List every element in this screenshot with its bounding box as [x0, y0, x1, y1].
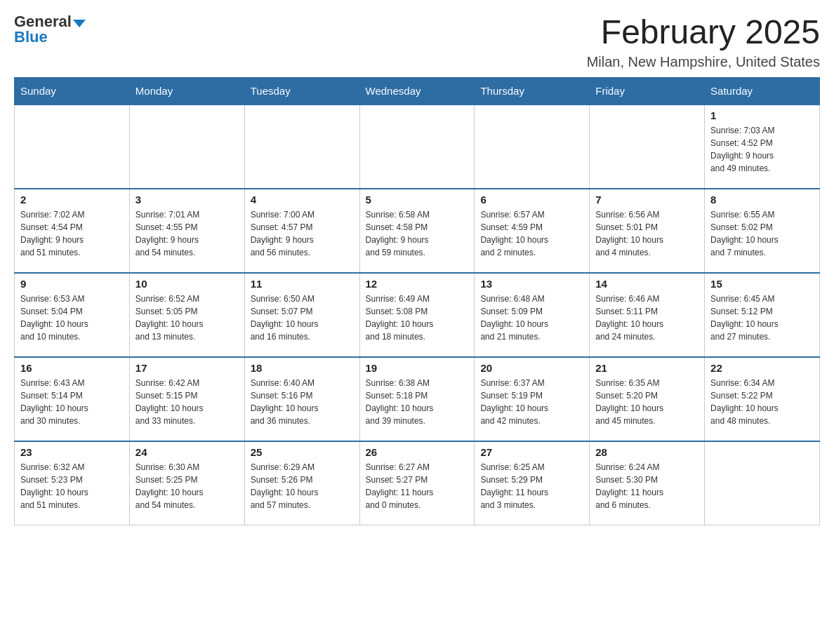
weekday-header-sunday: Sunday — [15, 77, 130, 105]
day-number: 20 — [480, 362, 583, 374]
day-info: Sunrise: 6:37 AM Sunset: 5:19 PM Dayligh… — [480, 377, 583, 427]
calendar-cell: 8Sunrise: 6:55 AM Sunset: 5:02 PM Daylig… — [705, 189, 820, 273]
calendar-cell — [129, 105, 244, 189]
day-info: Sunrise: 6:27 AM Sunset: 5:27 PM Dayligh… — [366, 461, 469, 511]
calendar-week-row: 23Sunrise: 6:32 AM Sunset: 5:23 PM Dayli… — [15, 441, 820, 525]
day-number: 1 — [710, 109, 814, 121]
day-number: 19 — [366, 362, 469, 374]
calendar-cell: 2Sunrise: 7:02 AM Sunset: 4:54 PM Daylig… — [15, 189, 130, 273]
calendar-cell: 17Sunrise: 6:42 AM Sunset: 5:15 PM Dayli… — [129, 357, 244, 441]
day-info: Sunrise: 6:45 AM Sunset: 5:12 PM Dayligh… — [710, 293, 814, 343]
month-title: February 2025 — [587, 14, 820, 51]
day-info: Sunrise: 6:56 AM Sunset: 5:01 PM Dayligh… — [595, 208, 699, 259]
calendar-cell: 28Sunrise: 6:24 AM Sunset: 5:30 PM Dayli… — [590, 441, 705, 525]
day-number: 9 — [20, 278, 124, 290]
calendar-cell: 16Sunrise: 6:43 AM Sunset: 5:14 PM Dayli… — [15, 357, 130, 441]
logo: General Blue — [14, 14, 86, 45]
calendar-cell: 19Sunrise: 6:38 AM Sunset: 5:18 PM Dayli… — [359, 357, 475, 441]
calendar-cell — [705, 441, 820, 525]
day-info: Sunrise: 6:35 AM Sunset: 5:20 PM Dayligh… — [595, 377, 699, 427]
day-info: Sunrise: 6:32 AM Sunset: 5:23 PM Dayligh… — [20, 461, 124, 511]
calendar-cell: 25Sunrise: 6:29 AM Sunset: 5:26 PM Dayli… — [244, 441, 359, 525]
calendar-cell: 21Sunrise: 6:35 AM Sunset: 5:20 PM Dayli… — [590, 357, 705, 441]
calendar-cell: 18Sunrise: 6:40 AM Sunset: 5:16 PM Dayli… — [244, 357, 359, 441]
day-info: Sunrise: 6:38 AM Sunset: 5:18 PM Dayligh… — [366, 377, 469, 427]
calendar-cell: 1Sunrise: 7:03 AM Sunset: 4:52 PM Daylig… — [705, 105, 820, 189]
calendar-cell: 26Sunrise: 6:27 AM Sunset: 5:27 PM Dayli… — [359, 441, 475, 525]
weekday-header-tuesday: Tuesday — [244, 77, 359, 105]
day-info: Sunrise: 6:30 AM Sunset: 5:25 PM Dayligh… — [135, 461, 239, 511]
calendar-cell: 7Sunrise: 6:56 AM Sunset: 5:01 PM Daylig… — [590, 189, 705, 273]
day-info: Sunrise: 6:34 AM Sunset: 5:22 PM Dayligh… — [710, 377, 814, 427]
day-number: 18 — [251, 362, 354, 374]
day-number: 8 — [710, 194, 814, 206]
day-info: Sunrise: 6:24 AM Sunset: 5:30 PM Dayligh… — [595, 461, 699, 511]
calendar-week-row: 1Sunrise: 7:03 AM Sunset: 4:52 PM Daylig… — [15, 105, 820, 189]
day-number: 26 — [366, 446, 469, 458]
calendar-cell: 3Sunrise: 7:01 AM Sunset: 4:55 PM Daylig… — [129, 189, 244, 273]
calendar-cell: 10Sunrise: 6:52 AM Sunset: 5:05 PM Dayli… — [129, 273, 244, 357]
calendar-cell: 20Sunrise: 6:37 AM Sunset: 5:19 PM Dayli… — [475, 357, 590, 441]
calendar-week-row: 16Sunrise: 6:43 AM Sunset: 5:14 PM Dayli… — [15, 357, 820, 441]
day-info: Sunrise: 6:25 AM Sunset: 5:29 PM Dayligh… — [480, 461, 583, 511]
day-number: 15 — [710, 278, 814, 290]
day-number: 28 — [595, 446, 699, 458]
day-info: Sunrise: 6:55 AM Sunset: 5:02 PM Dayligh… — [710, 208, 814, 259]
day-info: Sunrise: 7:00 AM Sunset: 4:57 PM Dayligh… — [251, 208, 354, 259]
day-number: 22 — [710, 362, 814, 374]
calendar-cell — [475, 105, 590, 189]
day-info: Sunrise: 6:57 AM Sunset: 4:59 PM Dayligh… — [480, 208, 583, 259]
calendar-cell: 22Sunrise: 6:34 AM Sunset: 5:22 PM Dayli… — [705, 357, 820, 441]
calendar-cell: 6Sunrise: 6:57 AM Sunset: 4:59 PM Daylig… — [475, 189, 590, 273]
calendar-table: SundayMondayTuesdayWednesdayThursdayFrid… — [14, 77, 820, 526]
weekday-header-saturday: Saturday — [705, 77, 820, 105]
calendar-cell — [590, 105, 705, 189]
day-info: Sunrise: 6:50 AM Sunset: 5:07 PM Dayligh… — [251, 293, 354, 343]
calendar-week-row: 2Sunrise: 7:02 AM Sunset: 4:54 PM Daylig… — [15, 189, 820, 273]
day-number: 27 — [480, 446, 583, 458]
calendar-cell: 4Sunrise: 7:00 AM Sunset: 4:57 PM Daylig… — [244, 189, 359, 273]
day-info: Sunrise: 6:53 AM Sunset: 5:04 PM Dayligh… — [20, 293, 124, 343]
calendar-cell: 5Sunrise: 6:58 AM Sunset: 4:58 PM Daylig… — [359, 189, 475, 273]
day-number: 4 — [251, 194, 354, 206]
logo-general-text: General — [14, 14, 72, 29]
calendar-cell — [359, 105, 475, 189]
calendar-cell — [244, 105, 359, 189]
day-number: 16 — [20, 362, 124, 374]
calendar-cell: 9Sunrise: 6:53 AM Sunset: 5:04 PM Daylig… — [15, 273, 130, 357]
calendar-week-row: 9Sunrise: 6:53 AM Sunset: 5:04 PM Daylig… — [15, 273, 820, 357]
weekday-header-wednesday: Wednesday — [359, 77, 475, 105]
weekday-header-thursday: Thursday — [475, 77, 590, 105]
calendar-cell: 12Sunrise: 6:49 AM Sunset: 5:08 PM Dayli… — [359, 273, 475, 357]
day-number: 24 — [135, 446, 239, 458]
day-number: 17 — [135, 362, 239, 374]
logo-arrow-icon — [73, 20, 86, 27]
day-info: Sunrise: 6:58 AM Sunset: 4:58 PM Dayligh… — [366, 208, 469, 259]
calendar-cell: 13Sunrise: 6:48 AM Sunset: 5:09 PM Dayli… — [475, 273, 590, 357]
calendar-cell: 14Sunrise: 6:46 AM Sunset: 5:11 PM Dayli… — [590, 273, 705, 357]
day-number: 25 — [251, 446, 354, 458]
location-text: Milan, New Hampshire, United States — [587, 54, 820, 70]
day-number: 5 — [366, 194, 469, 206]
day-number: 14 — [595, 278, 699, 290]
weekday-header-row: SundayMondayTuesdayWednesdayThursdayFrid… — [15, 77, 820, 105]
day-number: 6 — [480, 194, 583, 206]
day-number: 11 — [251, 278, 354, 290]
day-number: 10 — [135, 278, 239, 290]
title-block: February 2025 Milan, New Hampshire, Unit… — [587, 14, 820, 70]
day-info: Sunrise: 7:01 AM Sunset: 4:55 PM Dayligh… — [135, 208, 239, 259]
day-info: Sunrise: 6:49 AM Sunset: 5:08 PM Dayligh… — [366, 293, 469, 343]
page-header: General Blue February 2025 Milan, New Ha… — [14, 14, 820, 70]
day-number: 7 — [595, 194, 699, 206]
calendar-cell: 27Sunrise: 6:25 AM Sunset: 5:29 PM Dayli… — [475, 441, 590, 525]
day-number: 21 — [595, 362, 699, 374]
day-number: 2 — [20, 194, 124, 206]
day-info: Sunrise: 6:40 AM Sunset: 5:16 PM Dayligh… — [251, 377, 354, 427]
calendar-cell: 24Sunrise: 6:30 AM Sunset: 5:25 PM Dayli… — [129, 441, 244, 525]
logo-blue-text: Blue — [14, 29, 86, 45]
day-number: 23 — [20, 446, 124, 458]
day-info: Sunrise: 6:52 AM Sunset: 5:05 PM Dayligh… — [135, 293, 239, 343]
calendar-cell: 23Sunrise: 6:32 AM Sunset: 5:23 PM Dayli… — [15, 441, 130, 525]
calendar-cell — [15, 105, 130, 189]
calendar-cell: 11Sunrise: 6:50 AM Sunset: 5:07 PM Dayli… — [244, 273, 359, 357]
